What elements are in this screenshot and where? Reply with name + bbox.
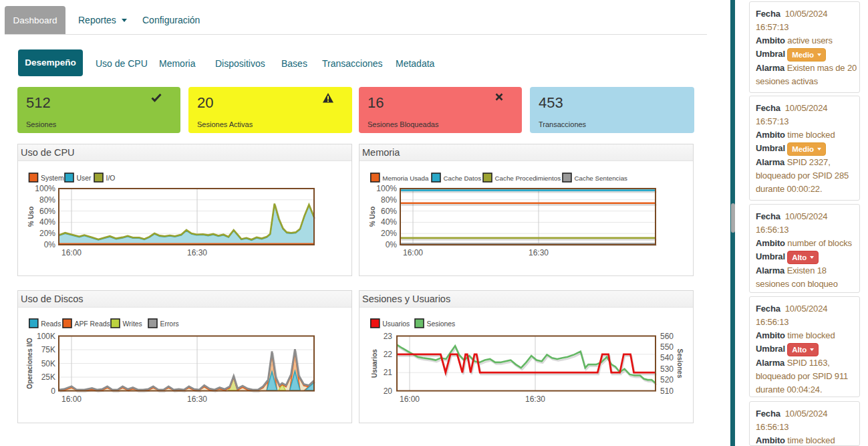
svg-text:0: 0 bbox=[51, 386, 55, 396]
svg-text:100%: 100% bbox=[376, 184, 397, 193]
svg-text:20: 20 bbox=[384, 386, 393, 396]
svg-text:100%: 100% bbox=[35, 184, 55, 193]
svg-text:I/O: I/O bbox=[106, 175, 116, 182]
svg-text:530: 530 bbox=[660, 364, 674, 374]
svg-text:16:00: 16:00 bbox=[61, 395, 82, 404]
svg-text:23: 23 bbox=[384, 332, 393, 341]
svg-text:Usuarios: Usuarios bbox=[371, 349, 378, 378]
svg-text:0%: 0% bbox=[386, 240, 398, 249]
svg-text:Cache Datos: Cache Datos bbox=[444, 175, 482, 182]
svg-text:16:00: 16:00 bbox=[403, 248, 423, 257]
svg-text:Errors: Errors bbox=[160, 320, 179, 328]
svg-text:510: 510 bbox=[660, 386, 674, 396]
svg-text:60%: 60% bbox=[381, 207, 397, 216]
svg-text:16:00: 16:00 bbox=[61, 248, 82, 257]
svg-text:560: 560 bbox=[660, 332, 674, 341]
svg-text:16:30: 16:30 bbox=[529, 248, 549, 257]
svg-text:80%: 80% bbox=[39, 195, 55, 205]
svg-text:Operaciones I/O: Operaciones I/O bbox=[26, 338, 33, 389]
svg-text:16:30: 16:30 bbox=[187, 395, 207, 404]
svg-text:Usuarios: Usuarios bbox=[382, 320, 410, 328]
svg-text:APF Reads: APF Reads bbox=[75, 320, 110, 328]
svg-text:Sesiones: Sesiones bbox=[427, 320, 456, 328]
svg-text:50K: 50K bbox=[41, 359, 55, 368]
svg-text:Memoria Usada: Memoria Usada bbox=[382, 175, 429, 182]
svg-text:100K: 100K bbox=[37, 332, 55, 341]
svg-text:20%: 20% bbox=[39, 229, 55, 238]
svg-text:20%: 20% bbox=[381, 229, 397, 238]
svg-text:16:30: 16:30 bbox=[187, 248, 207, 257]
svg-text:Reads: Reads bbox=[41, 320, 61, 328]
svg-text:% Uso: % Uso bbox=[27, 207, 35, 227]
svg-text:Cache Sentencias: Cache Sentencias bbox=[575, 175, 628, 182]
svg-text:Cache Procedimientos: Cache Procedimientos bbox=[495, 175, 561, 182]
svg-text:520: 520 bbox=[660, 375, 674, 384]
svg-text:Sesiones: Sesiones bbox=[676, 349, 684, 378]
svg-text:16:00: 16:00 bbox=[400, 395, 420, 404]
svg-text:40%: 40% bbox=[39, 217, 55, 227]
svg-text:Writes: Writes bbox=[123, 320, 142, 328]
svg-text:550: 550 bbox=[660, 342, 674, 352]
svg-text:System: System bbox=[41, 175, 64, 182]
svg-text:16:30: 16:30 bbox=[525, 395, 545, 404]
svg-text:22: 22 bbox=[384, 350, 393, 359]
svg-text:540: 540 bbox=[660, 353, 674, 362]
svg-text:25K: 25K bbox=[41, 372, 55, 382]
svg-text:80%: 80% bbox=[381, 195, 397, 205]
svg-text:75K: 75K bbox=[41, 345, 55, 354]
svg-text:User: User bbox=[77, 175, 92, 182]
svg-text:60%: 60% bbox=[39, 207, 55, 216]
svg-text:40%: 40% bbox=[381, 217, 397, 227]
svg-text:21: 21 bbox=[384, 368, 393, 377]
svg-text:% Uso: % Uso bbox=[369, 207, 376, 227]
svg-text:0%: 0% bbox=[44, 240, 56, 249]
